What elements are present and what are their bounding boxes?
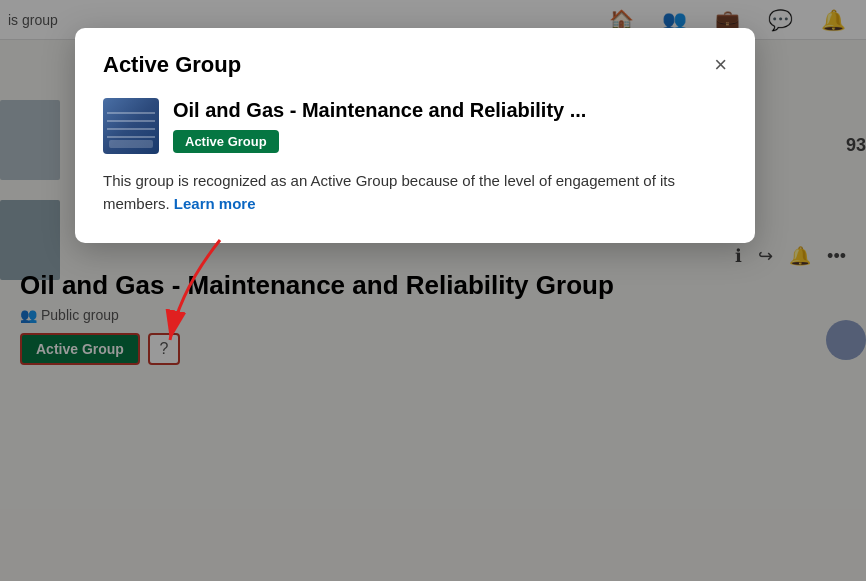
active-group-modal: Active Group × Oil and Gas - Maintenance… [75, 28, 755, 243]
modal-close-button[interactable]: × [714, 54, 727, 76]
img-line-2 [107, 120, 155, 122]
modal-body: Oil and Gas - Maintenance and Reliabilit… [103, 98, 727, 215]
modal-group-name: Oil and Gas - Maintenance and Reliabilit… [173, 98, 727, 122]
modal-title: Active Group [103, 52, 241, 78]
modal-header: Active Group × [103, 52, 727, 78]
img-line-3 [107, 128, 155, 130]
learn-more-link[interactable]: Learn more [174, 195, 256, 212]
img-bar [109, 140, 153, 148]
active-group-badge: Active Group [173, 130, 279, 153]
img-line-1 [107, 112, 155, 114]
modal-group-image [103, 98, 159, 154]
modal-group-row: Oil and Gas - Maintenance and Reliabilit… [103, 98, 727, 154]
modal-group-img-inner [103, 98, 159, 154]
modal-description: This group is recognized as an Active Gr… [103, 170, 727, 215]
modal-group-info: Oil and Gas - Maintenance and Reliabilit… [173, 98, 727, 153]
img-line-4 [107, 136, 155, 138]
